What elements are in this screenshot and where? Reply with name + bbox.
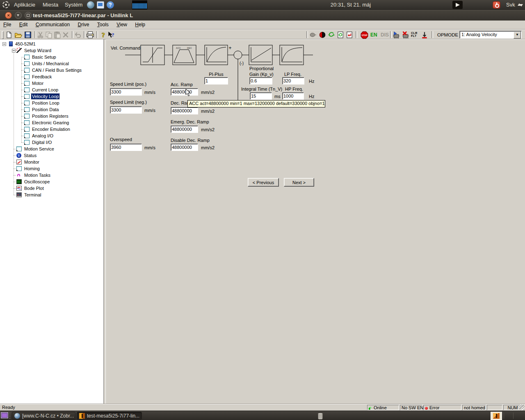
remote-desktop-icon[interactable]: [452, 1, 463, 9]
taskbar-handle[interactable]: [9, 413, 11, 419]
new-file-icon[interactable]: [5, 31, 13, 39]
tree-expander-icon[interactable]: [12, 49, 16, 52]
show-desktop-icon[interactable]: [1, 412, 8, 418]
updown-arrows-icon[interactable]: [518, 2, 523, 7]
enable-button[interactable]: EN: [370, 32, 377, 38]
tree-expander-icon[interactable]: [2, 42, 6, 46]
window-title-bar[interactable]: × test-mesa5i25-7i77-linear.par - Unilin…: [0, 10, 525, 21]
tree-item-motion-service[interactable]: Motion Service: [0, 146, 103, 152]
acc-ramp-field[interactable]: [171, 88, 198, 96]
tree-item-encoder-emulation[interactable]: Encoder Emulation: [0, 126, 103, 132]
trash-icon[interactable]: [317, 412, 324, 420]
menu-drive[interactable]: Drive: [74, 21, 92, 29]
dec-ramp-field[interactable]: [171, 107, 198, 114]
system-menu[interactable]: Systém: [62, 0, 85, 10]
undo-icon[interactable]: [74, 31, 82, 39]
tree-item-position-loop[interactable]: Position Loop: [0, 100, 103, 106]
disable-dec-ramp-field[interactable]: [171, 144, 198, 151]
tree-item-digital-i-o[interactable]: Digital I/O: [0, 139, 103, 146]
context-help-icon[interactable]: ?: [107, 31, 115, 39]
drive-state-icon[interactable]: [319, 31, 326, 39]
speed-limit-pos-field[interactable]: [110, 88, 142, 96]
tree-item-position-data[interactable]: Position Data: [0, 106, 103, 113]
menu-edit[interactable]: Edit: [16, 21, 31, 29]
system-monitor-applet[interactable]: [132, 0, 147, 9]
status-online-text: Online: [374, 405, 387, 410]
refresh-icon[interactable]: [328, 31, 336, 39]
menu-view[interactable]: View: [113, 21, 130, 29]
browser-launcher-icon[interactable]: [87, 1, 94, 9]
pi-plus-field[interactable]: [204, 77, 228, 84]
maximize-window-button[interactable]: [25, 12, 32, 19]
applications-menu[interactable]: Aplikácie: [11, 0, 38, 10]
tree-item-homing[interactable]: Homing: [0, 165, 103, 172]
status-online-panel: Online: [367, 405, 399, 410]
help-icon[interactable]: ?: [100, 31, 107, 39]
places-menu[interactable]: Miesta: [40, 0, 61, 10]
tree-item-monitor[interactable]: Monitor: [0, 159, 103, 165]
connect-drive-icon[interactable]: [309, 31, 317, 39]
tree-item-position-registers[interactable]: Position Registers: [0, 113, 103, 119]
clear-fault-button[interactable]: CLR FLT: [411, 32, 418, 37]
tree-item-motion-tasks[interactable]: Motion Tasks: [0, 172, 103, 178]
integral-time-field[interactable]: [250, 92, 272, 100]
svg-text:?: ?: [102, 31, 105, 39]
minimize-window-button[interactable]: [15, 12, 22, 19]
flash-download-icon[interactable]: [421, 31, 429, 39]
taskbar-button-unilink[interactable]: test-mesa5i25-7i77-lin...: [77, 412, 142, 420]
opmode-combobox[interactable]: 1: Analog Velocity ▼: [459, 31, 522, 39]
keyboard-layout-indicator[interactable]: Svk: [506, 0, 515, 10]
tree-item-bode-plot[interactable]: Bode Plot: [0, 185, 103, 192]
resize-grip[interactable]: [519, 405, 525, 410]
power-button-icon[interactable]: [493, 1, 500, 9]
save-icon[interactable]: [24, 31, 32, 39]
speed-limit-neg-field[interactable]: [110, 106, 142, 114]
prop-gain-field[interactable]: [249, 77, 272, 84]
next-button[interactable]: Next >: [284, 178, 314, 187]
cut-icon[interactable]: [37, 31, 45, 39]
save-to-drive-icon[interactable]: [346, 31, 354, 39]
tree-item-can-field-bus-settings[interactable]: CAN / Field Bus Settings: [0, 67, 103, 73]
copy-icon[interactable]: [45, 31, 53, 39]
tree-item-units-mechanical[interactable]: Units / Mechanical: [0, 60, 103, 67]
clock[interactable]: 20:31, St 21. máj: [312, 0, 390, 10]
tree-item-feedback[interactable]: Feedback: [0, 73, 103, 80]
stop-icon[interactable]: STOP: [361, 31, 368, 39]
distributor-logo-icon[interactable]: [2, 1, 9, 8]
menu-communication[interactable]: Communication: [32, 21, 73, 29]
tree-item-450-52m1[interactable]: 450-52M1: [0, 41, 103, 47]
emerg-dec-ramp-field[interactable]: [171, 126, 198, 133]
tree-item-electronic-gearing[interactable]: Electronic Gearing: [0, 119, 103, 126]
print-icon[interactable]: [86, 31, 94, 39]
tree-item-velocity-loop[interactable]: Velocity Loop: [0, 93, 103, 100]
tree-item-oscilloscope[interactable]: Oscilloscope: [0, 178, 103, 185]
menu-tools[interactable]: Tools: [94, 21, 112, 29]
chip-connect-icon[interactable]: [392, 31, 400, 39]
taskbar-button-browser[interactable]: [www.C-N-C.cz • Zobr...: [12, 412, 75, 420]
toolbar-gripper[interactable]: [2, 31, 4, 39]
tree-item-status[interactable]: Status: [0, 152, 103, 159]
tree-item-setup-wizard[interactable]: Setup Wizard: [0, 47, 103, 54]
tree-item-current-loop[interactable]: Current Loop: [0, 87, 103, 93]
tree-item-analog-i-o[interactable]: Analog I/O: [0, 132, 103, 139]
help-launcher-icon[interactable]: [107, 1, 114, 9]
delete-icon[interactable]: [62, 31, 70, 39]
reload-params-icon[interactable]: [337, 31, 345, 39]
open-file-icon[interactable]: [14, 31, 22, 39]
disable-button[interactable]: DIS: [381, 32, 389, 38]
hp-freq-field[interactable]: [282, 92, 304, 100]
tray-unilink-icon[interactable]: [491, 412, 502, 420]
app-launcher-icon[interactable]: [97, 1, 104, 9]
tree-item-motor[interactable]: Motor: [0, 80, 103, 87]
chevron-down-icon[interactable]: ▼: [514, 32, 521, 39]
previous-button[interactable]: < Previous: [248, 178, 279, 187]
chip-disconnect-icon[interactable]: [402, 31, 409, 39]
lp-freq-field[interactable]: [282, 77, 304, 84]
paste-icon[interactable]: [54, 31, 62, 39]
tree-item-basic-setup[interactable]: Basic Setup: [0, 54, 103, 60]
menu-file[interactable]: File: [0, 21, 14, 29]
overspeed-field[interactable]: [110, 144, 142, 151]
close-window-button[interactable]: ×: [5, 12, 12, 19]
tree-item-terminal[interactable]: Terminal: [0, 192, 103, 198]
menu-help[interactable]: Help: [132, 21, 148, 29]
